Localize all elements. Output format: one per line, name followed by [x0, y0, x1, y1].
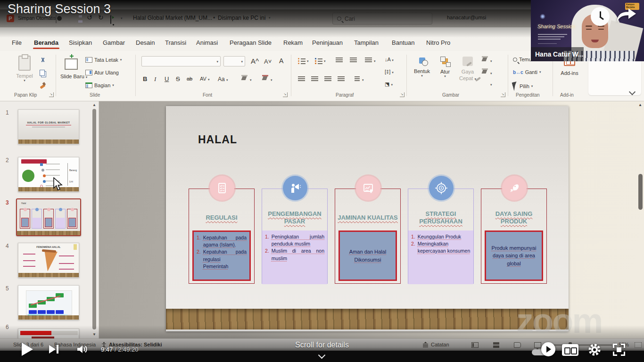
line-spacing-icon[interactable]: [365, 58, 372, 63]
slide-thumbnail-4[interactable]: FENOMENA HALAL: [18, 243, 79, 278]
reset-button[interactable]: Atur Ulang: [85, 70, 119, 75]
presenter-name-tag: Hana Catur W...: [531, 47, 584, 61]
font-name-combobox[interactable]: ▾: [141, 56, 221, 66]
target-icon: [429, 176, 454, 200]
underline-button[interactable]: U: [165, 75, 169, 82]
convert-smartart-icon[interactable]: ⬔ ▾: [385, 81, 393, 87]
column-jaminan-kualitas[interactable]: JAMINAN KUALITAS Aman dan Halal Dikonsum…: [335, 189, 401, 284]
columns-icon[interactable]: [355, 76, 360, 82]
tab-transisi[interactable]: Transisi: [165, 39, 186, 46]
video-frame: P Simpan Otomatis ↺ ↻ ▾ Halal Global Mar…: [0, 0, 644, 362]
column-header: DAYA SAING PRODUK: [483, 206, 545, 230]
select-button[interactable]: Pilih▾: [513, 82, 533, 90]
slide-title[interactable]: HALAL: [198, 133, 237, 146]
paragraph-dialog-launcher[interactable]: ↘: [400, 92, 405, 97]
tab-gambar[interactable]: Gambar: [103, 39, 125, 46]
align-center-icon[interactable]: [311, 76, 318, 82]
arrange-button[interactable]: Atur▾: [435, 56, 455, 78]
align-right-icon[interactable]: [324, 76, 331, 82]
strikethrough-button[interactable]: S: [176, 75, 180, 82]
layout-button[interactable]: Tata Letak▾: [85, 57, 122, 63]
save-status-chevron-icon[interactable]: ▾: [269, 16, 271, 20]
tab-file[interactable]: File: [12, 39, 22, 46]
slide-thumbnail-panel: 1 HALAL FOR GLOBAL MARKET 2 Barang Lini: [0, 101, 99, 338]
account-email[interactable]: hanacatur@umsi: [447, 15, 486, 20]
scroll-up-icon[interactable]: ▲: [92, 103, 96, 107]
new-slide-button[interactable]: Slide Baru ▾: [60, 56, 82, 80]
editor-scrollbar[interactable]: ▲: [638, 102, 643, 338]
slide-canvas[interactable]: HALAL REGULASI 1.Kepatuhan pada agama (I…: [166, 106, 569, 331]
slide-thumbnail-3-selected[interactable]: Halal: [16, 198, 81, 236]
slide-thumbnail-5[interactable]: [18, 285, 79, 320]
miniplayer-icon[interactable]: [613, 344, 625, 356]
thumbnail-scrollbar[interactable]: ▲ ▼: [92, 101, 97, 338]
column-header: JAMINAN KUALITAS: [337, 206, 398, 230]
search-input[interactable]: Cari: [332, 13, 432, 25]
grow-font-button[interactable]: A^: [251, 57, 259, 65]
shapes-icon: [419, 58, 425, 64]
paragraph-group-label: Paragraf: [336, 92, 354, 98]
share-icon[interactable]: [616, 8, 637, 27]
tab-nitro-pro[interactable]: Nitro Pro: [426, 39, 450, 46]
tab-bantuan[interactable]: Bantuan: [392, 39, 414, 46]
change-case-button[interactable]: Aa ▾: [218, 76, 228, 82]
column-pengembangan-pasar[interactable]: PENGEMBANGAN PASAR 1.Peningkatan jumlah …: [262, 189, 328, 284]
video-title[interactable]: Sharing Session 3: [8, 2, 111, 16]
tab-beranda[interactable]: Beranda: [34, 39, 58, 46]
tab-sisipkan[interactable]: Sisipkan: [69, 39, 92, 46]
italic-button[interactable]: I: [154, 75, 156, 83]
column-regulasi[interactable]: REGULASI 1.Kepatuhan pada agama (Islam).…: [189, 189, 255, 284]
settings-gear-icon[interactable]: [587, 343, 602, 359]
column-daya-saing-produk[interactable]: DAYA SAING PRODUK Produk mempunyai daya …: [481, 189, 547, 284]
certificate-icon: [356, 176, 380, 200]
reset-icon: [85, 70, 92, 75]
strikethrough2-button[interactable]: ab: [187, 76, 192, 82]
bold-button[interactable]: B: [143, 75, 147, 82]
tab-peninjauan[interactable]: Peninjauan: [312, 39, 343, 46]
copy-icon[interactable]: [40, 70, 45, 76]
slide-group-label: Slide: [90, 92, 100, 98]
thumbnail-number: 1: [6, 109, 9, 116]
tab-desain[interactable]: Desain: [136, 39, 155, 46]
text-direction-icon[interactable]: ↓A ▾: [385, 57, 394, 62]
drawing-dialog-launcher[interactable]: ↘: [501, 92, 505, 97]
autoplay-knob-icon[interactable]: [541, 342, 555, 356]
clipboard-dialog-launcher[interactable]: ↘: [49, 92, 54, 97]
column-strategi-perusahaan[interactable]: STRATEGI PERUSAHAAN 1.Keunggulan Produk …: [408, 189, 474, 284]
replace-icon: b↔c: [513, 70, 523, 75]
tab-tampilan[interactable]: Tampilan: [354, 39, 379, 46]
qat-customize-icon[interactable]: ▾: [121, 16, 123, 20]
scroll-up-icon[interactable]: ▲: [638, 103, 642, 107]
paste-button[interactable]: Tempel ▾: [12, 56, 37, 82]
quick-styles-icon: [462, 57, 473, 66]
checklist-icon: [210, 176, 234, 200]
align-left-icon[interactable]: [298, 76, 305, 82]
justify-icon[interactable]: [338, 76, 345, 82]
increase-indent-icon[interactable]: [350, 58, 357, 63]
decrease-indent-icon[interactable]: [336, 58, 343, 63]
save-status[interactable]: Disimpan ke PC ini: [218, 15, 265, 21]
replace-button[interactable]: b↔cGanti▾: [513, 69, 541, 75]
quick-styles-button[interactable]: GayaCepat ▾: [456, 56, 479, 82]
subtitles-cc-button[interactable]: [562, 344, 578, 356]
section-button[interactable]: Bagian▾: [85, 82, 114, 88]
character-spacing-button[interactable]: AV ▾: [200, 76, 209, 82]
font-dialog-launcher[interactable]: ↘: [283, 92, 288, 97]
clipboard-group-label: Papan Klip: [14, 92, 37, 98]
shrink-font-button[interactable]: A˅: [264, 58, 272, 65]
clear-formatting-button[interactable]: A: [279, 57, 283, 65]
thumbnail-number: 3: [6, 199, 9, 206]
thumbnail-number: 2: [6, 157, 9, 164]
tab-rekam[interactable]: Rekam: [283, 39, 303, 46]
webcam-screen-title: Sharing Session: [537, 24, 575, 29]
watch-later-icon[interactable]: [591, 7, 610, 26]
tab-animasi[interactable]: Animasi: [196, 39, 218, 46]
select-icon: [512, 82, 519, 91]
tab-peragaan-slide[interactable]: Peragaan Slide: [230, 39, 272, 46]
shapes-button[interactable]: Bentuk▾: [411, 56, 433, 78]
title-separator: •: [213, 15, 215, 21]
font-size-combobox[interactable]: ▾: [223, 56, 245, 66]
align-text-icon[interactable]: [‡] ▾: [385, 69, 394, 74]
slide-thumbnail-2[interactable]: Barang Lini: [18, 157, 79, 192]
slide-thumbnail-1[interactable]: HALAL FOR GLOBAL MARKET: [18, 109, 79, 144]
